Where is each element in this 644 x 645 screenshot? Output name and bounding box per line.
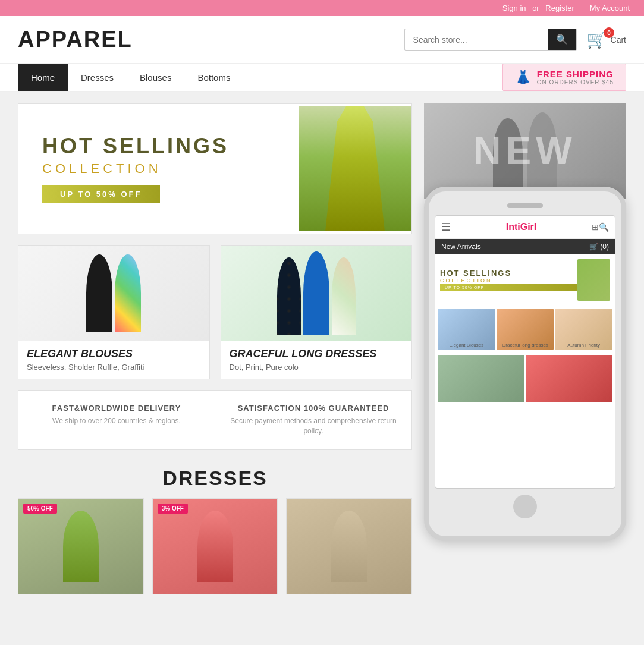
right-column: NEW ☰ IntiGirl ⊞🔍 New Arrivals 🛒 (0) bbox=[424, 103, 626, 600]
new-text: NEW bbox=[473, 129, 576, 173]
dresses-figures bbox=[277, 251, 356, 335]
product-badge-2: 3% OFF bbox=[158, 504, 188, 514]
product-card-3[interactable] bbox=[286, 498, 412, 594]
phone-hero-image bbox=[577, 259, 610, 301]
blouses-figures bbox=[86, 254, 141, 332]
phone-cat-3-label: Autumn Priority bbox=[567, 342, 600, 348]
phone-cat-2-label: Graceful long dresses bbox=[502, 342, 548, 348]
phone-menu-icon[interactable]: ☰ bbox=[441, 221, 451, 234]
satisfaction-desc: Secure payment methods and comprehensive… bbox=[227, 416, 400, 436]
cart-button[interactable]: 🛒 0 Cart bbox=[586, 30, 626, 49]
delivery-title: FAST&WORLDWIDE DELIVERY bbox=[30, 404, 203, 413]
phone-brand-regular: Inti bbox=[506, 222, 520, 232]
phone-home-button[interactable] bbox=[513, 495, 537, 518]
feature-delivery: FAST&WORLDWIDE DELIVERY We ship to over … bbox=[18, 391, 215, 449]
hero-cta-button[interactable]: UP TO 50% OFF bbox=[42, 185, 160, 203]
delivery-desc: We ship to over 200 countries & regions. bbox=[30, 416, 203, 426]
product-badge-1: 50% OFF bbox=[23, 504, 57, 514]
top-bar: Sign in or Register My Account bbox=[0, 0, 644, 16]
search-bar: 🔍 bbox=[404, 29, 577, 51]
feature-satisfaction: SATISFACTION 100% GUARANTEED Secure paym… bbox=[215, 391, 411, 449]
left-column: HOT SELLINGS COLLECTION UP TO 50% OFF bbox=[18, 103, 412, 600]
shipping-icon: 👗 bbox=[515, 70, 531, 85]
phone-brand: IntiGirl bbox=[506, 222, 537, 232]
phone-hero-cta: UP TO 50% OFF bbox=[440, 284, 577, 291]
dresses-info: GRACEFUL LONG DRESSES Dot, Print, Pure c… bbox=[221, 341, 412, 379]
phone-header: ☰ IntiGirl ⊞🔍 bbox=[435, 216, 615, 239]
myaccount-link[interactable]: My Account bbox=[590, 4, 630, 12]
cart-badge: 0 bbox=[604, 27, 614, 38]
hero-image bbox=[299, 106, 411, 231]
search-input[interactable] bbox=[405, 30, 548, 49]
or-text: or bbox=[532, 4, 539, 12]
search-button[interactable]: 🔍 bbox=[548, 29, 576, 50]
product-card-1[interactable]: 50% OFF bbox=[18, 498, 144, 594]
dresses-title: GRACEFUL LONG DRESSES bbox=[230, 348, 404, 360]
dresses-image bbox=[221, 246, 412, 341]
free-shipping-text: FREE SHIPPING ON ORDERS OVER $45 bbox=[537, 69, 614, 86]
phone-hero-subtitle: COLLECTION bbox=[440, 278, 577, 284]
phone-mockup: ☰ IntiGirl ⊞🔍 New Arrivals 🛒 (0) HOT SEL… bbox=[424, 187, 626, 541]
categories: ELEGANT BLOUSES Sleeveless, Sholder Ruff… bbox=[18, 245, 412, 379]
phone-product-2[interactable] bbox=[526, 355, 612, 402]
nav-item-bottoms[interactable]: Bottoms bbox=[184, 64, 243, 91]
blouses-image bbox=[18, 246, 209, 341]
phone-cat-1[interactable]: Elegant Blouses bbox=[438, 309, 495, 350]
header: APPAREL 🔍 🛒 0 Cart bbox=[0, 16, 644, 64]
signin-link[interactable]: Sign in bbox=[502, 4, 526, 12]
blouses-title: ELEGANT BLOUSES bbox=[27, 348, 201, 360]
phone-cat-1-label: Elegant Blouses bbox=[449, 342, 483, 348]
nav-links: Home Dresses Blouses Bottoms bbox=[18, 64, 243, 91]
phone-cat-2[interactable]: Graceful long dresses bbox=[497, 309, 554, 350]
category-dresses[interactable]: GRACEFUL LONG DRESSES Dot, Print, Pure c… bbox=[221, 245, 413, 379]
header-right: 🔍 🛒 0 Cart bbox=[404, 29, 626, 51]
blouses-info: ELEGANT BLOUSES Sleeveless, Sholder Ruff… bbox=[18, 341, 209, 379]
product-card-2[interactable]: 3% OFF bbox=[152, 498, 278, 594]
phone-categories: Elegant Blouses Graceful long dresses Au… bbox=[435, 306, 615, 353]
nav-item-dresses[interactable]: Dresses bbox=[68, 64, 127, 91]
dresses-desc: Dot, Print, Pure colo bbox=[230, 363, 404, 372]
phone-brand-accent: Girl bbox=[520, 222, 537, 232]
register-link[interactable]: Register bbox=[545, 4, 574, 12]
phone-nav-label: New Arrivals bbox=[441, 243, 481, 251]
main-content: HOT SELLINGS COLLECTION UP TO 50% OFF bbox=[0, 92, 644, 612]
phone-product-1[interactable] bbox=[438, 355, 524, 402]
category-blouses[interactable]: ELEGANT BLOUSES Sleeveless, Sholder Ruff… bbox=[18, 245, 210, 379]
product-grid: 50% OFF 3% OFF bbox=[18, 498, 412, 594]
phone-hero: HOT SELLINGS COLLECTION UP TO 50% OFF bbox=[435, 254, 615, 306]
phone-products bbox=[435, 353, 615, 405]
dresses-section-title: DRESSES bbox=[18, 467, 412, 490]
phone-hero-title: HOT SELLINGS bbox=[440, 269, 577, 278]
new-arrivals-banner: NEW bbox=[424, 103, 626, 199]
phone-hero-text: HOT SELLINGS COLLECTION UP TO 50% OFF bbox=[440, 269, 577, 291]
free-shipping-title: FREE SHIPPING bbox=[537, 69, 614, 79]
blouses-desc: Sleeveless, Sholder Ruffle, Graffiti bbox=[27, 363, 201, 372]
nav-item-blouses[interactable]: Blouses bbox=[127, 64, 184, 91]
phone-speaker bbox=[507, 203, 543, 208]
hero-subtitle: COLLECTION bbox=[42, 161, 275, 177]
phone-cart-icon[interactable]: 🛒 (0) bbox=[589, 243, 609, 251]
dresses-section: DRESSES 50% OFF 3% OFF bbox=[18, 461, 412, 600]
logo: APPAREL bbox=[18, 27, 133, 52]
phone-cat-3[interactable]: Autumn Priority bbox=[555, 309, 612, 350]
nav-item-home[interactable]: Home bbox=[18, 64, 68, 91]
features: FAST&WORLDWIDE DELIVERY We ship to over … bbox=[18, 390, 412, 450]
phone-nav-bar: New Arrivals 🛒 (0) bbox=[435, 239, 615, 254]
satisfaction-title: SATISFACTION 100% GUARANTEED bbox=[227, 404, 400, 413]
navigation: Home Dresses Blouses Bottoms 👗 FREE SHIP… bbox=[0, 64, 644, 92]
hero-title: HOT SELLINGS bbox=[42, 134, 275, 158]
hero-text: HOT SELLINGS COLLECTION UP TO 50% OFF bbox=[18, 111, 299, 228]
phone-screen: ☰ IntiGirl ⊞🔍 New Arrivals 🛒 (0) HOT SEL… bbox=[435, 215, 615, 489]
free-shipping-sub: ON ORDERS OVER $45 bbox=[537, 79, 614, 86]
phone-search-icon[interactable]: ⊞🔍 bbox=[592, 222, 609, 232]
hero-banner: HOT SELLINGS COLLECTION UP TO 50% OFF bbox=[18, 103, 412, 234]
phone-cart-count: (0) bbox=[600, 243, 609, 251]
free-shipping-badge: 👗 FREE SHIPPING ON ORDERS OVER $45 bbox=[502, 64, 626, 91]
product-image-3 bbox=[287, 499, 411, 594]
